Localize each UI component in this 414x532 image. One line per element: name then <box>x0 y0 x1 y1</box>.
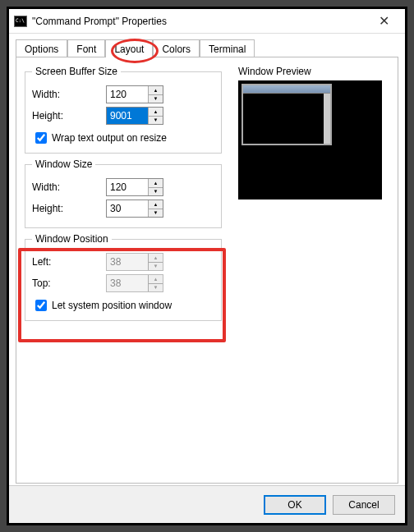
close-button[interactable]: ✕ <box>367 13 400 29</box>
winpos-top-label: Top: <box>32 277 106 289</box>
spin-up-icon[interactable]: ▲ <box>149 200 163 209</box>
winsize-width-spinner[interactable]: ▲▼ <box>106 178 163 196</box>
button-bar: OK Cancel <box>9 485 405 523</box>
window-title: "Command Prompt" Properties <box>32 16 367 27</box>
buffer-height-input[interactable] <box>107 108 148 124</box>
autoposition-label: Let system position window <box>52 300 172 311</box>
titlebar: "Command Prompt" Properties ✕ <box>9 9 405 34</box>
spin-up-icon: ▲ <box>149 254 163 263</box>
tab-strip: Options Font Layout Colors Terminal <box>16 39 398 57</box>
winpos-top-spinner: ▲▼ <box>106 274 163 292</box>
buffer-width-spinner[interactable]: ▲▼ <box>106 85 163 103</box>
spin-up-icon[interactable]: ▲ <box>149 86 163 95</box>
group-screen-buffer: Screen Buffer Size Width: ▲▼ Height: ▲▼ <box>25 66 222 154</box>
wrap-label: Wrap text output on resize <box>52 132 167 144</box>
winpos-left-spinner: ▲▼ <box>106 253 163 271</box>
winsize-height-spinner[interactable]: ▲▼ <box>106 200 163 218</box>
tab-options[interactable]: Options <box>16 39 67 57</box>
spin-down-icon: ▼ <box>149 263 163 271</box>
spin-up-icon[interactable]: ▲ <box>149 179 163 188</box>
spin-down-icon: ▼ <box>149 284 163 292</box>
spin-down-icon[interactable]: ▼ <box>149 188 163 196</box>
buffer-width-label: Width: <box>32 89 106 100</box>
tab-terminal[interactable]: Terminal <box>200 39 255 57</box>
ok-button[interactable]: OK <box>264 495 326 515</box>
winsize-width-label: Width: <box>32 181 106 193</box>
window-preview <box>238 80 382 200</box>
winpos-left-input <box>107 254 148 270</box>
winpos-top-input <box>107 275 148 291</box>
wrap-checkbox[interactable] <box>35 132 47 144</box>
winsize-legend: Window Size <box>32 158 95 170</box>
tab-colors[interactable]: Colors <box>153 39 200 57</box>
preview-window-icon <box>242 84 332 145</box>
tab-panel-layout: Screen Buffer Size Width: ▲▼ Height: ▲▼ <box>16 57 398 484</box>
cancel-button[interactable]: Cancel <box>333 495 395 515</box>
spin-down-icon[interactable]: ▼ <box>149 117 163 125</box>
spin-up-icon: ▲ <box>149 275 163 284</box>
tab-layout[interactable]: Layout <box>105 39 153 57</box>
winsize-height-input[interactable] <box>107 200 148 217</box>
winpos-left-label: Left: <box>32 256 106 268</box>
spin-down-icon[interactable]: ▼ <box>149 209 163 218</box>
buffer-height-label: Height: <box>32 110 106 122</box>
winpos-legend: Window Position <box>32 233 112 245</box>
buffer-legend: Screen Buffer Size <box>32 66 121 77</box>
tab-font[interactable]: Font <box>67 39 105 57</box>
group-window-size: Window Size Width: ▲▼ Height: ▲▼ <box>25 158 222 228</box>
winsize-width-input[interactable] <box>107 179 148 195</box>
spin-up-icon[interactable]: ▲ <box>149 108 163 117</box>
buffer-width-input[interactable] <box>107 86 148 103</box>
group-window-position: Window Position Left: ▲▼ Top: ▲▼ <box>25 233 222 321</box>
properties-dialog: "Command Prompt" Properties ✕ Options Fo… <box>7 7 407 525</box>
spin-down-icon[interactable]: ▼ <box>149 95 163 103</box>
cmd-icon <box>14 16 27 27</box>
winsize-height-label: Height: <box>32 203 106 214</box>
buffer-height-spinner[interactable]: ▲▼ <box>106 107 163 125</box>
autoposition-checkbox[interactable] <box>35 300 47 311</box>
preview-label: Window Preview <box>238 66 382 77</box>
